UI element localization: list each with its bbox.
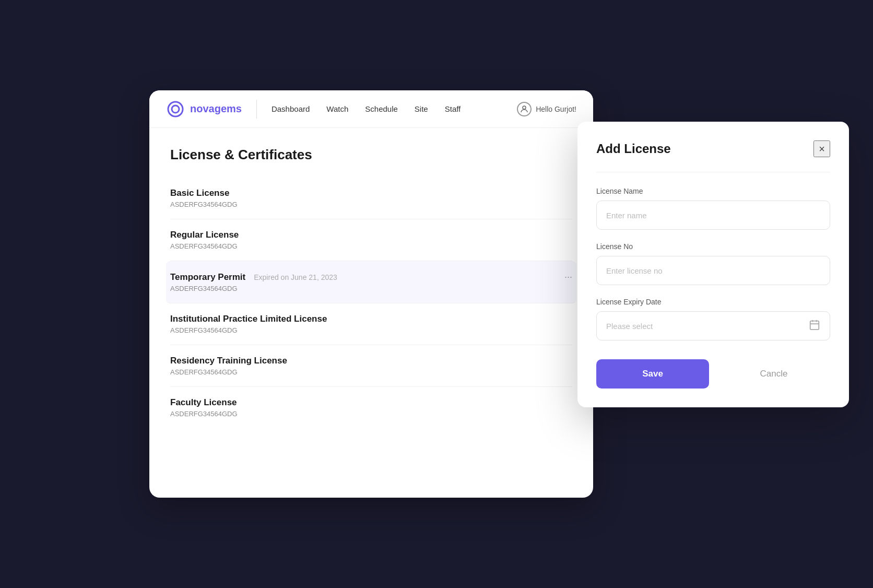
navbar: novagems Dashboard Watch Schedule Site S… bbox=[149, 90, 593, 128]
modal-actions: Save Cancle bbox=[596, 359, 830, 389]
modal-header: Add License × bbox=[596, 140, 830, 157]
page-content: License & Certificates Basic License ASD… bbox=[149, 128, 593, 447]
license-expiry-placeholder: Please select bbox=[606, 322, 809, 331]
license-number: ASDERFG34564GDG bbox=[170, 285, 572, 292]
license-no-group: License No bbox=[596, 242, 830, 285]
license-name: Regular License bbox=[170, 230, 572, 240]
list-item: Regular License ASDERFG34564GDG bbox=[170, 219, 572, 261]
svg-rect-3 bbox=[810, 321, 819, 330]
logo-text: novagems bbox=[190, 103, 242, 115]
license-number: ASDERFG34564GDG bbox=[170, 326, 572, 334]
cancel-button[interactable]: Cancle bbox=[717, 359, 830, 389]
license-expiry-label: License Expiry Date bbox=[596, 298, 830, 306]
license-number: ASDERFG34564GDG bbox=[170, 242, 572, 250]
license-name-group: License Name bbox=[596, 187, 830, 230]
nav-site[interactable]: Site bbox=[415, 104, 428, 113]
nav-links: Dashboard Watch Schedule Site Staff bbox=[272, 104, 517, 113]
license-name: Residency Training License bbox=[170, 356, 572, 366]
modal-title: Add License bbox=[596, 142, 671, 156]
license-no-label: License No bbox=[596, 242, 830, 251]
license-name: Basic License bbox=[170, 188, 572, 198]
license-no-input[interactable] bbox=[596, 256, 830, 285]
license-name-input[interactable] bbox=[596, 201, 830, 230]
license-number: ASDERFG34564GDG bbox=[170, 368, 572, 376]
license-list: Basic License ASDERFG34564GDG Regular Li… bbox=[170, 178, 572, 428]
list-item: Basic License ASDERFG34564GDG bbox=[170, 178, 572, 219]
license-name: Faculty License bbox=[170, 397, 572, 408]
list-item: Institutional Practice Limited License A… bbox=[170, 303, 572, 345]
license-name-label: License Name bbox=[596, 187, 830, 195]
license-name: Institutional Practice Limited License bbox=[170, 314, 572, 324]
nav-watch[interactable]: Watch bbox=[326, 104, 348, 113]
list-item: Faculty License ASDERFG34564GDG bbox=[170, 387, 572, 428]
user-area: Hello Gurjot! bbox=[517, 102, 576, 116]
svg-point-1 bbox=[172, 105, 179, 113]
license-number: ASDERFG34564GDG bbox=[170, 410, 572, 418]
list-item: Residency Training License ASDERFG34564G… bbox=[170, 345, 572, 387]
license-expired-label: Expired on June 21, 2023 bbox=[254, 273, 337, 281]
save-button[interactable]: Save bbox=[596, 359, 709, 389]
svg-point-0 bbox=[168, 102, 183, 116]
nav-dashboard[interactable]: Dashboard bbox=[272, 104, 310, 113]
license-expiry-date-picker[interactable]: Please select bbox=[596, 311, 830, 340]
license-menu-button[interactable]: ··· bbox=[564, 272, 572, 283]
user-greeting: Hello Gurjot! bbox=[536, 105, 576, 113]
user-avatar-icon bbox=[517, 102, 532, 116]
page-title: License & Certificates bbox=[170, 147, 572, 163]
modal-divider bbox=[596, 172, 830, 172]
license-expiry-group: License Expiry Date Please select bbox=[596, 298, 830, 340]
license-item-header: Temporary Permit Expired on June 21, 202… bbox=[170, 272, 572, 283]
add-license-modal: Add License × License Name License No Li… bbox=[577, 122, 849, 407]
license-number: ASDERFG34564GDG bbox=[170, 201, 572, 208]
logo-area: novagems bbox=[166, 100, 257, 119]
logo-icon bbox=[166, 100, 185, 119]
calendar-icon bbox=[809, 319, 820, 333]
modal-close-button[interactable]: × bbox=[813, 140, 830, 157]
license-name: Temporary Permit bbox=[170, 272, 245, 283]
list-item: Temporary Permit Expired on June 21, 202… bbox=[166, 261, 576, 303]
nav-schedule[interactable]: Schedule bbox=[365, 104, 398, 113]
nav-staff[interactable]: Staff bbox=[445, 104, 461, 113]
app-window: novagems Dashboard Watch Schedule Site S… bbox=[149, 90, 593, 498]
svg-point-2 bbox=[523, 106, 526, 109]
